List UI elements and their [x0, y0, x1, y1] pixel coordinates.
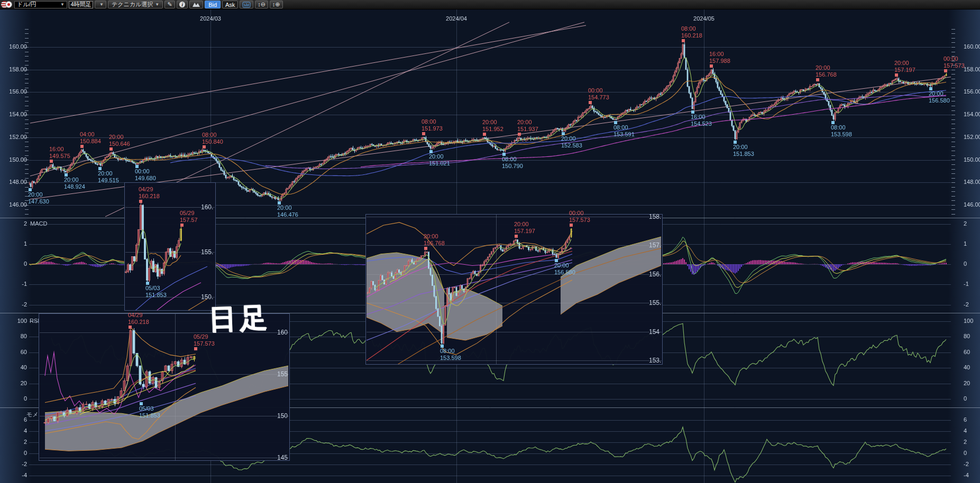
zoom-out-icon: ↕⊖ — [258, 2, 265, 7]
chevron-down-icon: ▼ — [99, 2, 104, 7]
toolbar: ドル/円 ▼ 4時間足 ▼ テクニカル選択 ▼ ✎ i Bid Ask ↕⊖ — [0, 0, 980, 10]
chevron-down-icon: ▼ — [60, 2, 65, 7]
timeframe-label: 4時間足 — [70, 1, 91, 8]
timeframe-caret-button[interactable]: ▼ — [95, 1, 106, 8]
chevron-down-icon: ▼ — [155, 2, 159, 7]
app-window: { "toolbar":{"pair":"ドル/円","timeframe":"… — [0, 0, 980, 483]
draw-tool-button[interactable]: ✎ — [164, 1, 175, 8]
ask-label: Ask — [225, 2, 235, 8]
zoom-out-button[interactable]: ↕⊖ — [255, 1, 268, 8]
technical-select-label: テクニカル選択 — [112, 1, 153, 8]
bid-label: Bid — [208, 2, 217, 8]
mountain-chart-icon — [192, 2, 200, 7]
pencil-icon: ✎ — [168, 2, 172, 7]
currency-pair-label: ドル/円 — [17, 1, 36, 8]
currency-pair-select[interactable]: ドル/円 ▼ — [14, 1, 67, 8]
ask-button[interactable]: Ask — [222, 1, 238, 8]
technical-select-button[interactable]: テクニカル選択 ▼ — [108, 1, 163, 8]
zoom-in-button[interactable]: ↕⊕ — [270, 1, 283, 8]
scale-button[interactable] — [240, 1, 253, 8]
timeframe-select[interactable]: 4時間足 — [69, 1, 93, 8]
daily-timeframe-annotation: 日足 — [208, 299, 271, 338]
inset-daily-small[interactable] — [124, 182, 216, 311]
price-scale-icon — [242, 2, 251, 8]
bid-button[interactable]: Bid — [205, 1, 221, 8]
inset-4h-zoom[interactable] — [365, 214, 663, 365]
currency-pair-flags-icon — [1, 1, 13, 8]
chart-type-button[interactable] — [189, 1, 203, 8]
info-icon: i — [179, 2, 185, 7]
info-button[interactable]: i — [177, 1, 188, 8]
japan-flag-icon — [5, 1, 12, 8]
zoom-in-icon: ↕⊕ — [272, 2, 280, 7]
